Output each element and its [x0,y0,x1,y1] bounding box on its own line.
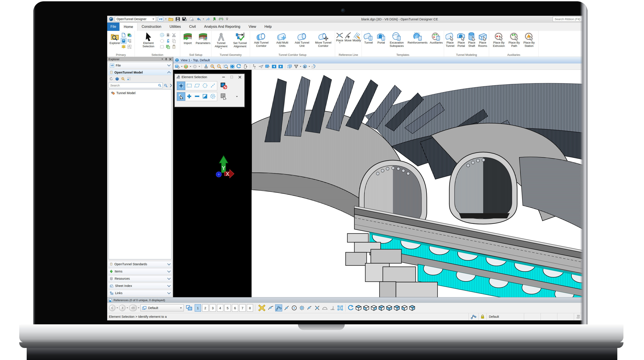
snap-mode-status[interactable] [468,313,478,320]
forward-history-chevron[interactable] [127,307,128,308]
grid-options-icon[interactable] [127,77,131,81]
place-portal-button[interactable]: Place Portal [456,32,466,48]
levels-icon[interactable] [121,44,126,50]
snap-center-button[interactable] [291,305,298,311]
snap-point-on-element-button[interactable] [337,305,344,311]
undo-history-chevron[interactable] [203,19,204,20]
v8-format-button[interactable]: V8 [158,17,164,22]
maximize-icon[interactable] [228,75,235,80]
active-model-selector[interactable]: Default [140,304,184,311]
snap-arc-button[interactable] [322,305,328,311]
snap-nearest-button[interactable] [268,305,274,311]
undo-button[interactable] [196,17,201,22]
back-history-chevron[interactable] [116,307,118,308]
tunnel-alignment-button[interactable]: Tunnel Alignment [212,32,230,50]
reinforcements-button[interactable]: Reinforcements [406,32,429,45]
view-toggle-7[interactable]: 7 [239,304,246,312]
locks-status[interactable] [478,313,486,320]
place-shaft-button[interactable]: Place Shaft [467,32,477,48]
app-icon[interactable] [109,17,113,21]
view-toggle-4[interactable]: 4 [217,304,223,312]
move-tunnel-corridor-button[interactable]: Move Tunnel Corridor [312,32,334,48]
place-rooms-button[interactable]: Place Rooms [477,32,488,48]
new-selection-button[interactable] [177,92,185,101]
details-icon[interactable] [127,38,132,44]
tab-file[interactable]: File [107,23,120,31]
explorer-section-file[interactable]: V8 File [108,62,172,68]
select-line-button[interactable] [209,82,217,90]
view-groups-button[interactable] [185,305,194,311]
chevron-down-icon[interactable] [300,66,301,67]
back-button[interactable] [109,305,116,311]
select-block-button[interactable] [185,82,193,90]
explorer-section-resources[interactable]: Resources [108,275,172,282]
excavation-subspaces-button[interactable]: Excavation Subspaces [388,32,406,48]
save-settings-button[interactable] [182,17,188,22]
annotation-scale-icon[interactable] [127,44,132,50]
view-next-button[interactable] [278,64,284,69]
view-cube-top-button[interactable] [355,305,362,311]
accudraw-toggle-button[interactable] [257,304,266,312]
view-toggle-1[interactable]: 1 [195,304,201,312]
place-by-extrusion-button[interactable]: Place By Extrusion [491,32,507,48]
tab-home[interactable]: Home [120,23,138,31]
snap-midpoint-button[interactable] [283,305,290,311]
status-cell-2[interactable] [540,313,557,320]
tab-help[interactable]: Help [260,23,276,31]
display-style-button[interactable] [183,64,189,69]
tab-construction[interactable]: Construction [138,23,166,31]
select-none-button[interactable] [220,93,228,101]
expand-chevrons-icon[interactable] [169,84,172,87]
clip-fence-button[interactable] [311,64,316,69]
explorer-search-input[interactable] [110,84,158,87]
chevron-down-icon[interactable] [309,66,310,67]
recent-chevron[interactable] [138,307,139,308]
explorer-section-opentunnel-model[interactable]: OpenTunnel Model [108,69,172,75]
select-shape-button[interactable] [193,82,201,90]
parameters-button[interactable]: Parameters [195,32,211,45]
place-by-station-button[interactable]: Place By Station [522,32,536,48]
close-icon[interactable] [169,58,172,60]
view-cube-iso2-button[interactable] [409,305,416,311]
tab-civil[interactable]: Civil [185,23,200,31]
snap-perpendicular-button[interactable] [329,305,336,311]
update-view-button[interactable] [203,64,209,69]
tab-analysis-and-reporting[interactable]: Analysis And Reporting [200,23,244,31]
scan-links-icon[interactable] [115,77,119,81]
view-cube-right-button[interactable] [370,305,377,311]
snap-intersection-button[interactable] [314,305,320,311]
explorer-section-items[interactable]: Items [108,268,172,274]
fence-rect-icon[interactable] [159,44,165,50]
customize-toolbar-button[interactable] [225,17,229,22]
add-tunnel-corridor-button[interactable]: Add Tunnel Corridor [250,32,272,48]
place-by-path-button[interactable]: Place By Path [507,32,521,48]
pin-button[interactable] [212,17,217,22]
clip-volume-button[interactable] [293,64,299,69]
status-cell-3[interactable] [557,313,574,320]
snap-origin-button[interactable] [298,305,305,311]
tree-item-tunnel-model[interactable]: Tunnel Model [111,91,169,95]
view-title-bar[interactable]: View 1 - Top, Default [173,57,588,64]
clear-selection-button[interactable] [220,82,228,90]
advanced-search-icon[interactable] [164,84,168,87]
status-cell-1[interactable] [524,313,540,320]
portal-template-button[interactable]: Portal [376,32,387,45]
lock-icon[interactable] [165,32,171,38]
zoom-in-button[interactable] [210,64,216,69]
view-cube-bottom-button[interactable] [401,305,408,311]
view-cube-iso-button[interactable] [378,305,385,311]
copy-fence-icon[interactable] [165,44,171,50]
view-toggle-3[interactable]: 3 [210,304,216,312]
active-level-status[interactable]: Default [486,313,524,320]
rotate-view-button[interactable] [236,64,242,69]
models-icon[interactable] [121,38,126,44]
invert-selection-button[interactable] [201,92,209,100]
pin-icon[interactable] [165,58,167,61]
ribbon-search-box[interactable] [553,17,588,22]
navigate-view-button[interactable] [265,64,270,69]
viewport[interactable]: Y X Element Selection [173,70,588,297]
paste-icon[interactable] [171,44,177,50]
ribbon-search-input[interactable] [554,17,584,21]
walk-button[interactable] [252,64,257,69]
chevron-down-icon[interactable] [198,66,200,67]
